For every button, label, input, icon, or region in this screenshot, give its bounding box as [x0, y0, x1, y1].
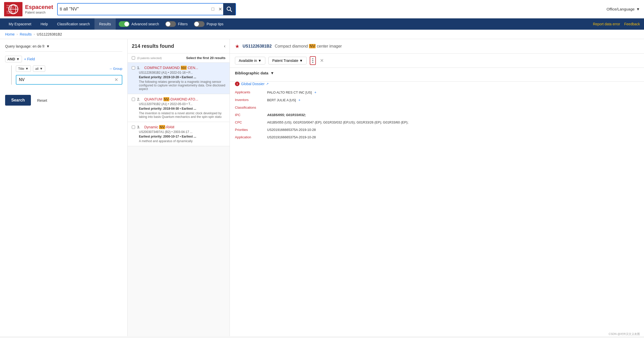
- result-title-row-3: 3. Dynamic NV-RAM: [132, 125, 225, 129]
- results-count: 214 results found: [132, 43, 174, 49]
- popup-tips-toggle[interactable]: [194, 21, 205, 27]
- applicants-add-btn[interactable]: +: [314, 90, 316, 94]
- result-checkbox-2[interactable]: [132, 98, 135, 101]
- brand-sub: Patent search: [25, 10, 53, 14]
- clear-value-btn[interactable]: ✕: [113, 77, 119, 83]
- office-language-label: Office/Language: [606, 7, 635, 11]
- main-content: Query language: en de fr ▼ AND ▼ + Field…: [0, 39, 644, 336]
- match-select[interactable]: all ▼: [33, 65, 45, 72]
- filters-toggle[interactable]: [165, 21, 176, 27]
- ipc-value: A61B5/055; G01R33/032;: [267, 113, 306, 117]
- collapse-btn[interactable]: ‹: [224, 43, 225, 49]
- bib-title-text: Bibliographic data: [235, 71, 268, 75]
- bib-data: Applicants PALO ALTO RES CT INC [US] + I…: [230, 90, 644, 139]
- detail-header: ★ US11226381B2 Compact diamond NV center…: [230, 39, 644, 54]
- dot-2: [312, 60, 313, 61]
- search-submit-btn[interactable]: [223, 3, 235, 15]
- logo-area: Europäisches Patentamt European Patent O…: [4, 2, 53, 16]
- field-selectors: Title ▼ all ▼ → Group: [16, 65, 122, 72]
- bib-title-row[interactable]: Bibliographic data ▼: [235, 71, 639, 75]
- select-all-checkbox[interactable]: [132, 56, 135, 60]
- available-in-btn[interactable]: Available in ▼: [235, 57, 265, 64]
- operator-row: AND ▼ + Field: [5, 56, 122, 62]
- field-group: Title ▼ all ▼ → Group ✕: [11, 65, 122, 85]
- feedback-link[interactable]: Feedback: [624, 22, 640, 26]
- results-panel: 214 results found ‹ (0 patents selected)…: [128, 39, 230, 336]
- advanced-search-label: Advanced search: [132, 22, 159, 26]
- info-icon: i: [235, 82, 240, 86]
- favorite-star-icon[interactable]: ★: [235, 43, 240, 49]
- highlight-nv-1: NV: [181, 66, 187, 70]
- result-priority-1: Earliest priority: 2019-10-28 • Earliest…: [139, 75, 225, 79]
- window-icon-btn[interactable]: □: [210, 5, 215, 13]
- epo-logo: Europäisches Patentamt European Patent O…: [4, 2, 22, 16]
- select-row: (0 patents selected) Select the first 20…: [128, 53, 230, 63]
- result-checkbox-3[interactable]: [132, 126, 135, 129]
- results-header: 214 results found ‹: [128, 39, 230, 53]
- application-row: Application US2019166665375A·2019-10-28: [235, 135, 639, 139]
- three-dots-menu[interactable]: [310, 56, 316, 65]
- nav-results[interactable]: Results: [94, 18, 116, 30]
- search-value-input[interactable]: [19, 77, 113, 82]
- advanced-search-toggle-group: Advanced search: [116, 21, 162, 27]
- nav-classification-search[interactable]: Classification search: [53, 18, 94, 30]
- breadcrumb-sep-2: ›: [34, 32, 35, 36]
- priorities-row: Priorities US2019166665375A·2019-10-28: [235, 128, 639, 132]
- chevron-down-icon-op: ▼: [16, 57, 20, 61]
- close-detail-btn[interactable]: ✕: [320, 58, 324, 63]
- clear-search-btn[interactable]: ✕: [217, 5, 223, 13]
- result-title-row-1: 1. COMPACT DIAMOND NV CEN...: [132, 66, 225, 70]
- bib-section: Bibliographic data ▼: [230, 68, 644, 82]
- result-checkbox-1[interactable]: [132, 66, 135, 70]
- report-data-error-link[interactable]: Report data error: [593, 22, 620, 26]
- nav-right: Report data error Feedback: [593, 22, 640, 26]
- header: Europäisches Patentamt European Patent O…: [0, 0, 644, 18]
- toggle-knob: [124, 22, 129, 26]
- global-dossier-link[interactable]: i Global Dossier ↗: [230, 82, 644, 86]
- patent-translate-btn[interactable]: Patent Translate ▼: [268, 57, 307, 64]
- search-icon: [226, 6, 232, 12]
- title-field-select[interactable]: Title ▼: [16, 65, 31, 72]
- chevron-down-icon-query: ▼: [46, 44, 50, 48]
- group-btn[interactable]: → Group: [109, 67, 122, 71]
- nav-help[interactable]: Help: [36, 18, 53, 30]
- brand-name: Espacenet: [25, 4, 53, 10]
- toggle-knob-popup: [194, 22, 199, 26]
- result-desc-2: The invention is related to a novel atom…: [139, 111, 225, 119]
- result-title-text-3: Dynamic NV-RAM: [144, 125, 174, 129]
- brand-text: Espacenet Patent search: [25, 4, 53, 14]
- result-item-1[interactable]: 1. COMPACT DIAMOND NV CEN... US11226381B…: [128, 63, 230, 94]
- reset-button[interactable]: Reset: [37, 98, 47, 103]
- chevron-down-icon-field: ▼: [25, 67, 29, 71]
- query-language-selector[interactable]: Query language: en de fr ▼: [5, 44, 122, 52]
- advanced-search-toggle[interactable]: [119, 21, 129, 27]
- search-button[interactable]: Search: [5, 95, 31, 106]
- result-num-2: 2.: [137, 97, 142, 101]
- and-operator[interactable]: AND ▼: [5, 56, 22, 62]
- breadcrumb-sep-1: ›: [17, 32, 18, 36]
- select-first-20-label: Select the first 20 results: [186, 56, 225, 60]
- nav-my-espacenet[interactable]: My Espacenet: [4, 18, 36, 30]
- breadcrumb-home[interactable]: Home: [5, 32, 15, 36]
- popup-tips-toggle-group: Popup tips: [191, 21, 226, 27]
- detail-actions: Available in ▼ Patent Translate ▼ ✕: [230, 54, 644, 68]
- patents-selected-label: (0 patents selected): [137, 57, 162, 60]
- breadcrumb-results[interactable]: Results: [20, 32, 32, 36]
- result-item-3[interactable]: 3. Dynamic NV-RAM US2003073497A1 (B2) • …: [128, 122, 230, 146]
- svg-text:Europäisches: Europäisches: [7, 5, 18, 7]
- result-meta-3: US2003073497A1 (B2) • 2003-04-17 ...: [139, 130, 225, 134]
- result-meta-1: US11226381B2 (A1) • 2022-01-18 • P...: [139, 71, 225, 74]
- ipc-row: IPC A61B5/055; G01R33/032;: [235, 113, 639, 117]
- patent-title: Compact diamond NV center imager: [275, 44, 342, 49]
- result-priority-3: Earliest priority: 2000-10-17 • Earliest…: [139, 135, 225, 138]
- chevron-down-icon: ▼: [636, 7, 640, 11]
- office-language-selector[interactable]: Office/Language ▼: [606, 7, 640, 11]
- inventors-add-btn[interactable]: +: [299, 98, 301, 102]
- chevron-down-icon-avail: ▼: [258, 59, 261, 63]
- result-item-2[interactable]: 2. QUANTUM NV-DIAMOND ATO... US11320791B…: [128, 94, 230, 122]
- priorities-label: Priorities: [235, 128, 263, 132]
- applicants-label: Applicants: [235, 90, 263, 94]
- search-input[interactable]: [60, 6, 210, 12]
- chevron-down-icon-match: ▼: [40, 67, 43, 71]
- add-field-btn[interactable]: + Field: [24, 57, 35, 61]
